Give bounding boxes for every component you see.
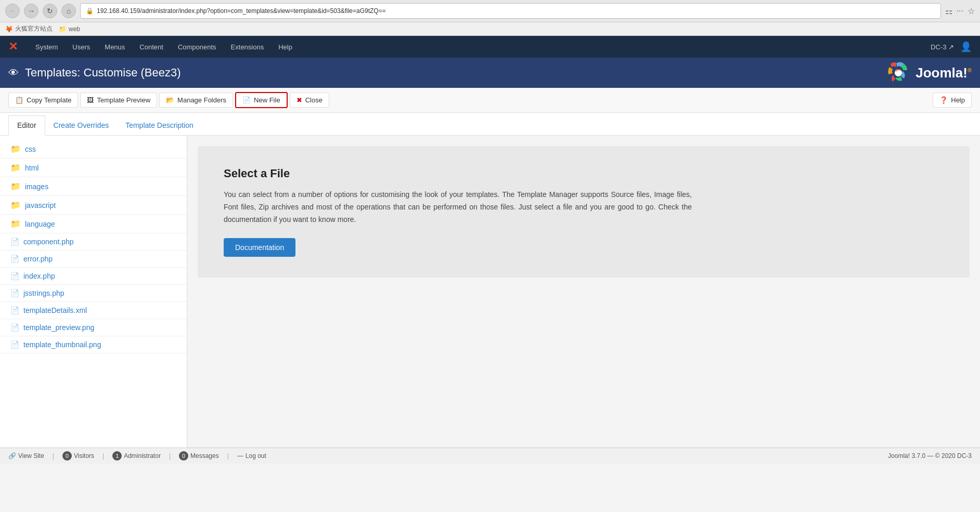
logout-label: Log out — [246, 452, 266, 460]
close-button[interactable]: ✖ Close — [290, 93, 329, 108]
messages-label: Messages — [190, 452, 219, 460]
address-bar[interactable]: 🔒 192.168.40.159/administrator/index.php… — [80, 3, 941, 19]
logout-item[interactable]: — Log out — [237, 452, 266, 460]
folder-icon-language: 📁 — [10, 219, 21, 229]
user-icon[interactable]: 👤 — [960, 41, 972, 52]
help-button[interactable]: ❓ Help — [933, 93, 972, 108]
toolbar: 📋 Copy Template 🖼 Template Preview 📂 Man… — [0, 88, 980, 113]
status-bar: 🔗 View Site | 0 Visitors | 1 Administrat… — [0, 448, 980, 464]
file-icon-template-details: 📄 — [10, 306, 19, 314]
file-template-thumbnail-png[interactable]: 📄 template_thumbnail.png — [0, 336, 187, 353]
copy-icon: 📋 — [15, 96, 23, 104]
new-file-label: New File — [254, 96, 280, 104]
file-icon-component: 📄 — [10, 238, 19, 246]
messages-badge: 0 — [179, 451, 188, 461]
content-area: Select a File You can select from a numb… — [187, 136, 980, 448]
file-icon-template-preview: 📄 — [10, 323, 19, 332]
main-content: 📁 css 📁 html 📁 images 📁 javascript 📁 lan… — [0, 136, 980, 448]
file-icon-error: 📄 — [10, 255, 19, 263]
folder-icon-images: 📁 — [10, 181, 21, 191]
browser-chrome: ← → ↻ ⌂ 🔒 192.168.40.159/administrator/i… — [0, 0, 980, 22]
manage-folders-button[interactable]: 📂 Manage Folders — [159, 93, 233, 108]
visitors-badge: 0 — [62, 451, 72, 461]
folder-icon-html: 📁 — [10, 163, 21, 173]
close-label: Close — [305, 96, 323, 104]
bookmark-firefox[interactable]: 🦊 火狐官方站点 — [5, 24, 53, 33]
reload-button[interactable]: ↻ — [43, 4, 57, 18]
admin-navbar: ✕ System Users Menus Content Components … — [0, 36, 980, 58]
view-site-item[interactable]: 🔗 View Site — [8, 452, 44, 460]
version-text: Joomla! 3.7.0 — © 2020 DC-3 — [888, 452, 972, 460]
file-template-preview-png[interactable]: 📄 template_preview.png — [0, 319, 187, 336]
logout-icon: — — [237, 452, 243, 460]
view-site-icon: 🔗 — [8, 452, 16, 460]
tab-create-overrides[interactable]: Create Overrides — [45, 116, 118, 136]
extensions-icon[interactable]: ⚏ — [945, 6, 952, 16]
file-icon-template-thumbnail: 📄 — [10, 340, 19, 349]
visitors-label: Visitors — [74, 452, 94, 460]
file-template-details-xml[interactable]: 📄 templateDetails.xml — [0, 302, 187, 319]
nav-menus[interactable]: Menus — [102, 37, 127, 57]
file-jsstrings-php[interactable]: 📄 jsstrings.php — [0, 285, 187, 302]
template-preview-button[interactable]: 🖼 Template Preview — [80, 93, 157, 108]
nav-content[interactable]: Content — [137, 37, 165, 57]
file-tree: 📁 css 📁 html 📁 images 📁 javascript 📁 lan… — [0, 136, 187, 448]
eye-icon: 👁 — [8, 67, 19, 79]
bookmarks-bar: 🦊 火狐官方站点 📁 web — [0, 22, 980, 36]
file-index-php[interactable]: 📄 index.php — [0, 268, 187, 285]
visitors-item: 0 Visitors — [62, 451, 94, 461]
view-site-label: View Site — [18, 452, 44, 460]
folder-language[interactable]: 📁 language — [0, 215, 187, 233]
help-icon: ❓ — [939, 96, 948, 104]
address-text: 192.168.40.159/administrator/index.php?o… — [97, 7, 386, 15]
divider-1: | — [53, 452, 54, 460]
folder-javascript[interactable]: 📁 javascript — [0, 196, 187, 215]
folder-icon-css: 📁 — [10, 144, 21, 154]
status-bar-right: Joomla! 3.7.0 — © 2020 DC-3 — [888, 452, 972, 460]
help-label: Help — [951, 96, 965, 104]
nav-components[interactable]: Components — [176, 37, 218, 57]
back-button[interactable]: ← — [5, 4, 20, 18]
tab-template-description[interactable]: Template Description — [117, 116, 202, 136]
folder-images[interactable]: 📁 images — [0, 177, 187, 196]
admin-nav-right: DC-3 ↗ 👤 — [931, 41, 972, 52]
dc3-link[interactable]: DC-3 ↗ — [931, 43, 954, 51]
new-file-button[interactable]: 📄 New File — [235, 92, 288, 108]
select-file-description: You can select from a number of options … — [224, 189, 692, 226]
nav-help[interactable]: Help — [276, 37, 294, 57]
messages-item: 0 Messages — [179, 451, 219, 461]
nav-users[interactable]: Users — [70, 37, 92, 57]
page-title: Templates: Customise (Beez3) — [25, 66, 181, 80]
divider-3: | — [169, 452, 171, 460]
bookmark-web-label: web — [69, 25, 80, 33]
copy-template-button[interactable]: 📋 Copy Template — [8, 93, 78, 108]
copy-template-label: Copy Template — [27, 96, 71, 104]
page-header-left: 👁 Templates: Customise (Beez3) — [8, 66, 181, 80]
file-error-php[interactable]: 📄 error.php — [0, 251, 187, 268]
browser-actions: ⚏ ··· ☆ — [945, 6, 975, 16]
admin-nav-left: ✕ System Users Menus Content Components … — [8, 37, 294, 57]
folder-icon-javascript: 📁 — [10, 200, 21, 210]
tab-editor[interactable]: Editor — [8, 115, 45, 136]
folder-css[interactable]: 📁 css — [0, 140, 187, 159]
file-component-php[interactable]: 📄 component.php — [0, 233, 187, 251]
divider-4: | — [227, 452, 229, 460]
menu-icon[interactable]: ··· — [957, 6, 963, 16]
page-header: 👁 Templates: Customise (Beez3) Joomla!® — [0, 58, 980, 88]
bookmark-web[interactable]: 📁 web — [59, 25, 80, 33]
file-icon-index: 📄 — [10, 272, 19, 280]
forward-button[interactable]: → — [24, 4, 38, 18]
folder-html[interactable]: 📁 html — [0, 159, 187, 177]
close-icon: ✖ — [296, 96, 302, 104]
documentation-button[interactable]: Documentation — [224, 238, 295, 257]
select-file-box: Select a File You can select from a numb… — [198, 146, 970, 278]
folder-icon: 📂 — [166, 96, 174, 104]
security-icon: 🔒 — [86, 7, 94, 15]
nav-system[interactable]: System — [33, 37, 60, 57]
home-button[interactable]: ⌂ — [61, 4, 76, 18]
joomla-logo-svg — [885, 60, 911, 86]
bookmark-firefox-icon: 🦊 — [5, 25, 13, 33]
nav-extensions[interactable]: Extensions — [229, 37, 266, 57]
joomla-nav-logo: ✕ — [8, 40, 18, 54]
bookmark-icon[interactable]: ☆ — [968, 6, 975, 16]
